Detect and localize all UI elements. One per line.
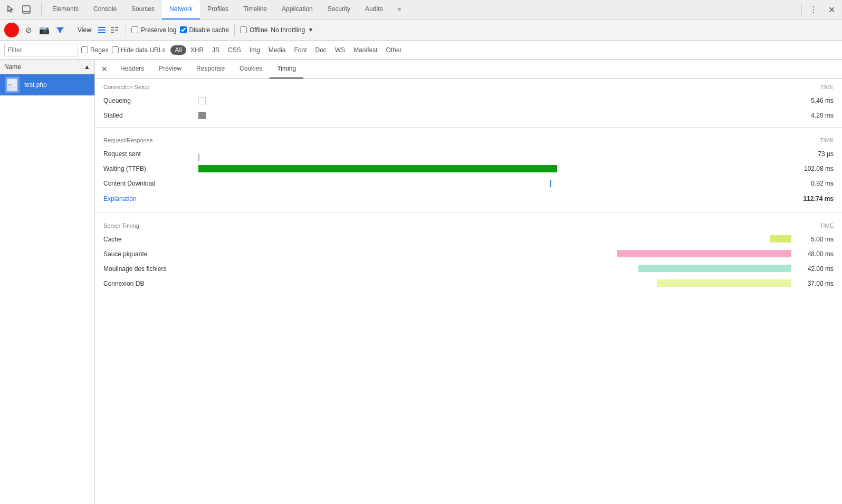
list-view-icon[interactable] <box>96 24 108 36</box>
preserve-log-checkbox[interactable] <box>131 26 138 33</box>
disable-cache-group[interactable]: Disable cache <box>180 26 229 34</box>
tab-security[interactable]: Security <box>320 0 358 20</box>
explanation-link[interactable]: Explanation <box>103 195 137 202</box>
cache-label: Cache <box>103 236 198 243</box>
tab-headers[interactable]: Headers <box>113 60 151 79</box>
separator5 <box>234 24 235 36</box>
connexion-db-label: Connexion DB <box>103 280 198 287</box>
separator2 <box>801 3 802 16</box>
cache-bar <box>770 235 791 243</box>
waiting-ttfb-row: Waiting (TTFB) 102.08 ms <box>95 161 842 176</box>
file-item-test-php[interactable]: <> test.php <box>0 74 94 95</box>
type-btn-img[interactable]: Img <box>245 45 264 55</box>
sauce-piquante-bar-area <box>198 249 791 259</box>
record-dot <box>8 27 15 33</box>
type-btn-font[interactable]: Font <box>290 45 311 55</box>
moulinage-label: Moulinage des fichiers <box>103 265 198 273</box>
tree-view-icon[interactable] <box>109 24 120 36</box>
content-download-bar-area <box>198 178 791 189</box>
stalled-value: 4.20 ms <box>791 112 834 119</box>
offline-group[interactable]: Offline <box>240 26 267 34</box>
tab-timing[interactable]: Timing <box>270 60 303 79</box>
tab-network[interactable]: Network <box>162 0 200 20</box>
divider1 <box>95 127 842 128</box>
queueing-bar <box>198 97 206 104</box>
close-panel-button[interactable]: ✕ <box>99 64 110 74</box>
type-btn-css[interactable]: CSS <box>224 45 245 55</box>
sort-icon[interactable]: ▲ <box>84 63 90 71</box>
view-label: View: <box>78 26 93 34</box>
sauce-piquante-label: Sauce piquante <box>103 250 198 258</box>
cursor-icon[interactable] <box>4 3 17 16</box>
type-btn-js[interactable]: JS <box>208 45 224 55</box>
hide-data-urls-group[interactable]: Hide data URLs <box>112 46 166 54</box>
preserve-log-label: Preserve log <box>141 26 176 34</box>
type-btn-media[interactable]: Media <box>264 45 290 55</box>
request-sent-bar-area <box>198 149 791 159</box>
offline-checkbox[interactable] <box>240 26 247 33</box>
queueing-value: 5.46 ms <box>791 97 834 104</box>
filter-input[interactable] <box>4 44 78 56</box>
content-download-bar <box>550 180 551 187</box>
type-btn-manifest[interactable]: Manifest <box>349 45 381 55</box>
explanation-row: Explanation 112.74 ms <box>95 191 842 208</box>
tab-cookies[interactable]: Cookies <box>232 60 270 79</box>
regex-checkbox[interactable] <box>81 46 88 53</box>
tab-console[interactable]: Console <box>86 0 124 20</box>
explanation-total: 112.74 ms <box>803 195 834 202</box>
regex-group[interactable]: Regex <box>81 46 109 54</box>
hide-data-urls-checkbox[interactable] <box>112 46 119 53</box>
separator3 <box>72 24 72 36</box>
request-response-label: Request/Response <box>103 137 153 143</box>
svg-rect-0 <box>23 6 30 13</box>
preserve-log-group[interactable]: Preserve log <box>131 26 176 34</box>
filter-icon[interactable] <box>54 24 66 36</box>
type-btn-ws[interactable]: WS <box>331 45 349 55</box>
sauce-piquante-value: 48.00 ms <box>791 250 834 258</box>
stop-button[interactable]: ⊘ <box>22 24 35 36</box>
tab-response[interactable]: Response <box>189 60 232 79</box>
tab-more[interactable]: » <box>390 0 408 20</box>
type-btn-all[interactable]: All <box>170 45 186 55</box>
type-btn-other[interactable]: Other <box>382 45 406 55</box>
connexion-db-row: Connexion DB 37.00 ms <box>95 276 842 291</box>
camera-icon[interactable]: 📷 <box>38 24 51 36</box>
tab-bar: Elements Console Sources Network Profile… <box>0 0 842 20</box>
cache-bar-area <box>198 234 791 245</box>
svg-text:<>: <> <box>8 83 12 86</box>
tab-bar-actions: ⋮ ✕ <box>801 3 838 16</box>
connexion-db-bar-area <box>198 278 791 289</box>
moulinage-value: 42.00 ms <box>791 265 834 273</box>
tab-audits[interactable]: Audits <box>358 0 390 20</box>
filter-bar: Regex Hide data URLs All XHR JS CSS Img … <box>0 41 842 60</box>
queueing-bar-area <box>198 95 791 106</box>
tab-preview[interactable]: Preview <box>151 60 189 79</box>
stalled-bar-area <box>198 110 791 121</box>
type-btn-xhr[interactable]: XHR <box>186 45 208 55</box>
tab-application[interactable]: Application <box>274 0 320 20</box>
file-type-icon: <> <box>4 76 20 94</box>
sub-tab-bar: ✕ Headers Preview Response Cookies Timin… <box>95 60 842 79</box>
close-devtools-icon[interactable]: ✕ <box>825 3 838 16</box>
tab-elements[interactable]: Elements <box>45 0 86 20</box>
moulinage-bar <box>638 265 791 272</box>
svg-rect-4 <box>98 32 106 33</box>
type-btn-doc[interactable]: Doc <box>311 45 331 55</box>
tab-sources[interactable]: Sources <box>124 0 162 20</box>
queueing-label: Queueing <box>103 97 198 104</box>
svg-rect-7 <box>111 32 114 33</box>
tab-profiles[interactable]: Profiles <box>200 0 236 20</box>
dock-icon[interactable] <box>20 3 33 16</box>
throttling-dropdown-icon[interactable]: ▼ <box>308 27 313 33</box>
more-options-icon[interactable]: ⋮ <box>807 3 820 16</box>
tab-timeline[interactable]: Timeline <box>236 0 274 20</box>
type-filter-buttons: All XHR JS CSS Img Media Font Doc WS Man… <box>170 45 406 55</box>
record-button[interactable] <box>4 23 19 37</box>
disable-cache-checkbox[interactable] <box>180 26 187 33</box>
request-sent-row: Request sent 73 μs <box>95 147 842 161</box>
connection-time-label: TIME <box>820 84 834 90</box>
separator <box>41 3 42 16</box>
svg-rect-6 <box>111 30 114 31</box>
content-download-value: 0.92 ms <box>791 180 834 187</box>
moulinage-row: Moulinage des fichiers 42.00 ms <box>95 261 842 276</box>
